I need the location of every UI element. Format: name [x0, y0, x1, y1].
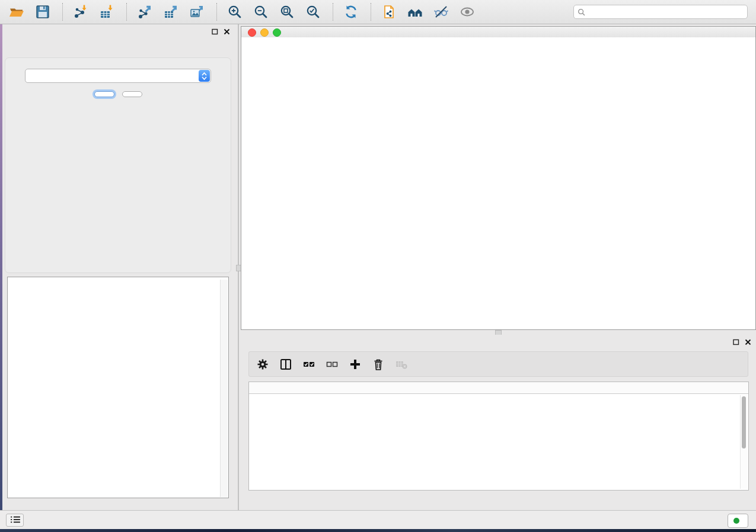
toolbar-separator	[216, 3, 218, 21]
table-panel-titlebar	[241, 335, 756, 350]
export-image-button[interactable]	[188, 3, 208, 21]
close-panel-icon[interactable]	[224, 28, 230, 35]
toolbar-separator	[62, 3, 63, 21]
memory-status-icon	[733, 518, 739, 524]
neighbors-icon	[407, 4, 423, 20]
network-graph	[241, 37, 755, 329]
float-panel-icon[interactable]	[212, 28, 218, 35]
task-history-button[interactable]	[6, 514, 24, 527]
export-image-icon	[189, 4, 205, 20]
checked-boxes-icon	[302, 358, 315, 371]
export-network-icon	[137, 4, 152, 20]
toolbar-separator	[333, 3, 334, 21]
criterion-select[interactable]	[25, 69, 211, 83]
control-panel-titlebar	[2, 24, 235, 40]
hide-details-icon	[433, 4, 449, 20]
show-column-button[interactable]	[278, 357, 296, 372]
window-zoom-button[interactable]	[273, 28, 281, 37]
open-file-icon	[9, 4, 24, 20]
control-panel	[2, 24, 235, 510]
mcds-panel-body	[5, 57, 231, 273]
refresh-icon	[343, 4, 359, 20]
zoom-in-icon	[227, 4, 243, 20]
columns-icon	[279, 358, 292, 371]
search-input[interactable]	[588, 7, 744, 17]
status-bar	[0, 510, 756, 529]
node-table	[248, 382, 749, 491]
neighbors-button[interactable]	[406, 3, 426, 21]
create-column-button[interactable]	[347, 357, 365, 372]
table-scrollbar[interactable]	[740, 395, 747, 489]
network-view-window	[241, 26, 756, 330]
window-close-button[interactable]	[248, 28, 256, 37]
node-table-header	[249, 382, 748, 394]
save-session-button[interactable]	[34, 3, 54, 21]
zoom-fit-button[interactable]	[278, 3, 298, 21]
window-minimize-button[interactable]	[260, 28, 269, 37]
float-panel-icon[interactable]	[733, 339, 739, 345]
import-table-button[interactable]	[98, 3, 118, 21]
zoom-in-button[interactable]	[226, 3, 246, 21]
new-network-icon	[381, 4, 397, 20]
import-network-icon	[73, 4, 88, 20]
list-icon	[9, 515, 21, 524]
zoom-out-button[interactable]	[252, 3, 272, 21]
export-network-button[interactable]	[136, 3, 156, 21]
save-icon	[35, 4, 50, 20]
memory-button[interactable]	[728, 514, 748, 528]
new-network-button[interactable]	[380, 3, 400, 21]
select-stepper-icon	[199, 70, 210, 82]
network-canvas[interactable]	[241, 37, 755, 329]
table-scrollbar-thumb[interactable]	[742, 396, 746, 448]
search-icon	[578, 8, 585, 16]
delete-column-button[interactable]	[371, 357, 388, 372]
gear-icon	[256, 358, 269, 371]
toolbar-separator	[126, 3, 127, 21]
close-panel-button[interactable]	[122, 91, 142, 97]
zoom-out-icon	[253, 4, 269, 20]
table-toolbar	[248, 351, 748, 377]
import-table-icon	[99, 4, 114, 20]
network-window-titlebar[interactable]	[241, 27, 755, 38]
trash-icon	[372, 358, 385, 371]
import-network-button[interactable]	[72, 3, 92, 21]
main-toolbar	[0, 0, 756, 24]
unselect-all-columns-button[interactable]	[324, 357, 342, 372]
table-panel	[241, 335, 756, 510]
plus-icon	[349, 358, 362, 371]
delete-table-icon	[395, 358, 408, 371]
hide-details-button[interactable]	[432, 3, 452, 21]
show-details-button[interactable]	[458, 3, 479, 21]
table-options-gear-button[interactable]	[255, 357, 273, 372]
zoom-selected-icon	[305, 4, 321, 20]
zoom-fit-icon	[279, 4, 295, 20]
zoom-selected-button[interactable]	[304, 3, 324, 21]
mcds-result-list[interactable]	[8, 281, 220, 497]
search-field[interactable]	[573, 5, 748, 19]
select-all-columns-button[interactable]	[301, 357, 319, 372]
unchecked-boxes-icon	[326, 358, 339, 371]
export-table-button[interactable]	[162, 3, 182, 21]
toolbar-separator	[371, 3, 372, 21]
close-panel-icon[interactable]	[745, 339, 751, 345]
run-mcds-button[interactable]	[94, 91, 114, 97]
open-file-button[interactable]	[8, 3, 28, 21]
mcds-list-scrollbar[interactable]	[220, 280, 228, 497]
mcds-result-group	[7, 277, 229, 498]
desktop-wallpaper-strip	[0, 529, 756, 532]
export-table-icon	[163, 4, 178, 20]
refresh-button[interactable]	[342, 3, 362, 21]
delete-table-button[interactable]	[394, 357, 412, 372]
application-window	[0, 0, 756, 532]
eye-icon	[460, 4, 475, 20]
